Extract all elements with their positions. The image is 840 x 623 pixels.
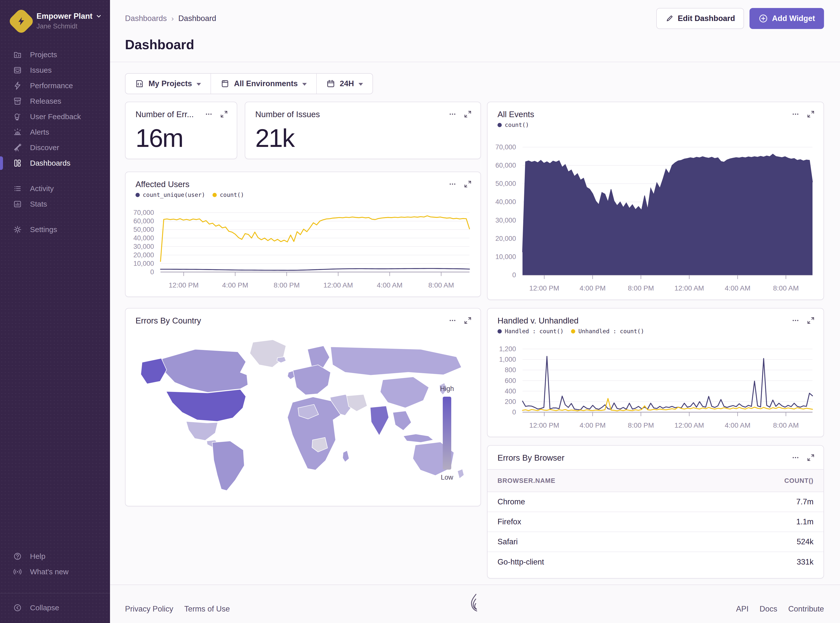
- footer-links-right: APIDocsContribute: [736, 605, 824, 614]
- widget-all-events: All Events count() 010,00020,00030,00040…: [487, 102, 824, 300]
- table-row[interactable]: Firefox1.1m: [488, 512, 823, 532]
- footer-link-docs[interactable]: Docs: [760, 605, 777, 614]
- world-map[interactable]: High Low: [132, 333, 474, 497]
- map-region-indonesia[interactable]: [403, 434, 433, 442]
- alerts-icon: [12, 127, 23, 137]
- sidebar-item-stats[interactable]: Stats: [0, 196, 110, 212]
- releases-icon: [12, 97, 23, 106]
- all-events-chart[interactable]: 010,00020,00030,00040,00050,00060,00070,…: [491, 140, 820, 297]
- widget-expand-icon[interactable]: [806, 453, 815, 462]
- widget-menu-icon[interactable]: [448, 316, 457, 325]
- map-region-europe[interactable]: [293, 365, 331, 395]
- stats-icon: [12, 199, 23, 209]
- widget-menu-icon[interactable]: [448, 110, 457, 119]
- environment-filter[interactable]: All Environments: [211, 74, 316, 94]
- footer-link-privacy-policy[interactable]: Privacy Policy: [125, 605, 173, 614]
- svg-text:600: 600: [505, 377, 516, 384]
- sidebar-item-alerts[interactable]: Alerts: [0, 124, 110, 140]
- settings-icon: [12, 225, 23, 234]
- sidebar-nav-primary: ProjectsIssuesPerformanceReleasesUser Fe…: [0, 47, 110, 171]
- legend-item[interactable]: count(): [212, 192, 244, 198]
- table-row[interactable]: Chrome7.7m: [488, 492, 823, 512]
- map-region-madagascar[interactable]: [343, 450, 349, 462]
- legend-label: count(): [220, 192, 244, 198]
- map-region-alaska[interactable]: [141, 358, 166, 384]
- widget-expand-icon[interactable]: [806, 316, 815, 325]
- sidebar-item-collapse[interactable]: Collapse: [0, 600, 110, 615]
- widget-expand-icon[interactable]: [220, 110, 228, 118]
- footer-link-contribute[interactable]: Contribute: [788, 605, 824, 614]
- sidebar-item-dashboards[interactable]: Dashboards: [0, 155, 110, 171]
- svg-text:20,000: 20,000: [495, 235, 516, 242]
- org-logo: [8, 8, 35, 35]
- project-filter[interactable]: My Projects: [126, 74, 211, 94]
- sidebar-item-releases[interactable]: Releases: [0, 94, 110, 109]
- legend-item[interactable]: Handled : count(): [497, 328, 563, 335]
- widget-menu-icon[interactable]: [448, 180, 457, 189]
- map-region-south-america[interactable]: [212, 441, 244, 491]
- widget-affected-users: Affected Users count_unique(user)count()…: [125, 172, 481, 297]
- svg-text:12:00 PM: 12:00 PM: [529, 421, 559, 429]
- browser-count: 1.1m: [796, 517, 814, 526]
- widget-number-of-issues: Number of Issues 21k: [245, 102, 481, 159]
- sidebar-item-discover[interactable]: Discover: [0, 140, 110, 155]
- edit-dashboard-button[interactable]: Edit Dashboard: [656, 8, 744, 29]
- org-switcher[interactable]: Empower Plant Jane Schmidt: [0, 0, 110, 31]
- legend-dot: [571, 329, 575, 333]
- map-region-india[interactable]: [370, 406, 389, 436]
- widget-menu-icon[interactable]: [791, 316, 800, 325]
- sidebar-item-settings[interactable]: Settings: [0, 222, 110, 237]
- map-region-russia[interactable]: [331, 347, 462, 375]
- map-region-scandinavia[interactable]: [308, 346, 329, 368]
- widget-menu-icon[interactable]: [791, 453, 800, 462]
- table-row[interactable]: Safari524k: [488, 532, 823, 552]
- sidebar-item-performance[interactable]: Performance: [0, 78, 110, 94]
- handled-v-unhandled-chart[interactable]: 02004006008001,0001,20012:00 PM4:00 PM8:…: [491, 341, 820, 434]
- sidebar-item-issues[interactable]: Issues: [0, 63, 110, 78]
- map-region-china[interactable]: [380, 377, 429, 408]
- projects-icon: [12, 50, 23, 59]
- affected-users-chart[interactable]: 010,00020,00030,00040,00050,00060,00070,…: [129, 205, 477, 294]
- legend-item[interactable]: count_unique(user): [135, 192, 205, 198]
- svg-text:30,000: 30,000: [495, 216, 516, 224]
- legend-item[interactable]: count(): [497, 122, 529, 128]
- sidebar-item-user-feedback[interactable]: User Feedback: [0, 109, 110, 124]
- sidebar-item-activity[interactable]: Activity: [0, 181, 110, 196]
- svg-text:50,000: 50,000: [133, 226, 154, 233]
- map-region-greenland[interactable]: [250, 340, 286, 367]
- map-region-usa[interactable]: [166, 390, 246, 421]
- time-range-filter[interactable]: 24H: [316, 74, 372, 94]
- legend-dot: [135, 193, 140, 197]
- browser-name: Safari: [497, 537, 518, 546]
- svg-text:8:00 AM: 8:00 AM: [773, 284, 799, 292]
- browser-name: Chrome: [497, 497, 525, 506]
- map-region-mexico[interactable]: [186, 421, 218, 440]
- widget-expand-icon[interactable]: [806, 110, 815, 118]
- column-count: COUNT(): [784, 477, 814, 485]
- legend-item[interactable]: Unhandled : count(): [571, 328, 644, 335]
- svg-text:12:00 AM: 12:00 AM: [674, 421, 704, 429]
- project-icon: [135, 79, 144, 88]
- map-region-se-asia[interactable]: [393, 411, 411, 430]
- widget-expand-icon[interactable]: [463, 110, 472, 118]
- sidebar-item-what-s-new[interactable]: What's new: [0, 564, 110, 580]
- sidebar-item-label: Projects: [30, 51, 57, 59]
- legend-label: Unhandled : count(): [578, 328, 644, 335]
- sidebar-item-help[interactable]: Help: [0, 549, 110, 564]
- footer-link-terms-of-use[interactable]: Terms of Use: [184, 605, 230, 614]
- add-widget-label: Add Widget: [772, 14, 815, 23]
- widget-menu-icon[interactable]: [204, 110, 213, 119]
- breadcrumb-dashboards[interactable]: Dashboards: [125, 14, 167, 23]
- browser-count: 331k: [797, 557, 814, 566]
- chevron-down-icon: [358, 83, 363, 86]
- footer-link-api[interactable]: API: [736, 605, 749, 614]
- table-row[interactable]: Go-http-client331k: [488, 552, 823, 572]
- sidebar-item-projects[interactable]: Projects: [0, 47, 110, 63]
- chevron-down-icon: [95, 13, 102, 20]
- widget-expand-icon[interactable]: [463, 180, 472, 188]
- widget-expand-icon[interactable]: [463, 316, 472, 325]
- map-region-canada[interactable]: [162, 349, 248, 393]
- add-widget-button[interactable]: Add Widget: [749, 8, 824, 29]
- widget-menu-icon[interactable]: [791, 110, 800, 119]
- lightning-icon: [16, 16, 26, 26]
